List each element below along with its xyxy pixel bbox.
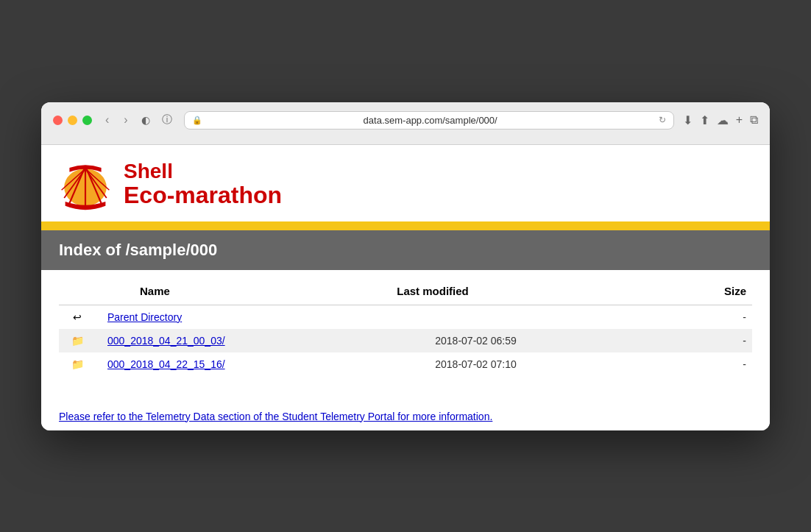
file-modified	[391, 305, 678, 329]
download-icon[interactable]: ⬇	[683, 113, 693, 127]
table-row: 📁000_2018_04_22_15_16/2018-07-02 07:10-	[59, 352, 752, 376]
page-content: Shell Eco-marathon Index of /sample/000 …	[41, 145, 770, 430]
lock-icon: 🔒	[192, 116, 202, 125]
file-modified: 2018-07-02 06:59	[391, 329, 678, 352]
maximize-button[interactable]	[82, 116, 92, 125]
folder-icon: 📁	[59, 352, 96, 376]
index-header: Index of /sample/000	[41, 230, 770, 270]
traffic-lights	[53, 116, 92, 125]
brand-shell-label: Shell	[124, 160, 282, 183]
forward-button[interactable]: ›	[119, 112, 132, 128]
col-header-icon	[59, 277, 96, 305]
close-button[interactable]	[53, 116, 63, 125]
col-header-name: Name	[96, 277, 391, 305]
telemetry-portal-link[interactable]: Please refer to the Telemetry Data secti…	[59, 411, 492, 422]
file-link[interactable]: 000_2018_04_21_00_03/	[107, 335, 225, 347]
file-size: -	[678, 329, 752, 352]
col-header-modified: Last modified	[391, 277, 678, 305]
listing-table: Name Last modified Size ↩Parent Director…	[59, 277, 752, 376]
brand-text: Shell Eco-marathon	[124, 160, 282, 209]
file-name-cell: 000_2018_04_22_15_16/	[96, 352, 391, 376]
site-header: Shell Eco-marathon	[41, 145, 770, 224]
browser-chrome: ‹ › ◐ ⓘ 🔒 data.sem-app.com/sample/000/ ↻…	[41, 102, 770, 145]
tabs-icon[interactable]: ⧉	[750, 113, 758, 127]
file-size: -	[678, 352, 752, 376]
table-header-row: Name Last modified Size	[59, 277, 752, 305]
yellow-stripe	[41, 224, 770, 230]
file-link[interactable]: Parent Directory	[107, 311, 182, 323]
browser-nav-controls: ‹ › ◐ ⓘ	[101, 112, 175, 128]
cloud-icon[interactable]: ☁	[717, 113, 729, 127]
info-link-row: Please refer to the Telemetry Data secti…	[41, 398, 770, 430]
col-header-size: Size	[678, 277, 752, 305]
file-name-cell: 000_2018_04_21_00_03/	[96, 329, 391, 352]
shell-logo	[59, 158, 112, 211]
file-link[interactable]: 000_2018_04_22_15_16/	[107, 358, 225, 370]
share-icon[interactable]: ⬆	[700, 113, 709, 127]
brand-eco-label: Eco-marathon	[124, 182, 282, 208]
minimize-button[interactable]	[68, 116, 77, 125]
browser-window: ‹ › ◐ ⓘ 🔒 data.sem-app.com/sample/000/ ↻…	[41, 102, 770, 430]
info-icon[interactable]: ⓘ	[159, 112, 175, 128]
file-modified: 2018-07-02 07:10	[391, 352, 678, 376]
file-name-cell: Parent Directory	[96, 305, 391, 329]
index-title: Index of /sample/000	[59, 241, 217, 259]
folder-icon: 📁	[59, 329, 96, 352]
refresh-icon: ↻	[659, 115, 666, 125]
table-row: ↩Parent Directory-	[59, 305, 752, 329]
browser-action-controls: ⬇ ⬆ ☁ + ⧉	[683, 113, 758, 127]
table-row: 📁000_2018_04_21_00_03/2018-07-02 06:59-	[59, 329, 752, 352]
file-size: -	[678, 305, 752, 329]
back-arrow-icon: ↩	[59, 305, 96, 329]
file-listing: Name Last modified Size ↩Parent Director…	[41, 270, 770, 398]
new-tab-icon[interactable]: +	[736, 113, 743, 127]
address-bar[interactable]: 🔒 data.sem-app.com/sample/000/ ↻	[184, 111, 674, 130]
back-button[interactable]: ‹	[101, 112, 113, 128]
url-display: data.sem-app.com/sample/000/	[207, 115, 654, 126]
shield-icon[interactable]: ◐	[138, 113, 153, 127]
